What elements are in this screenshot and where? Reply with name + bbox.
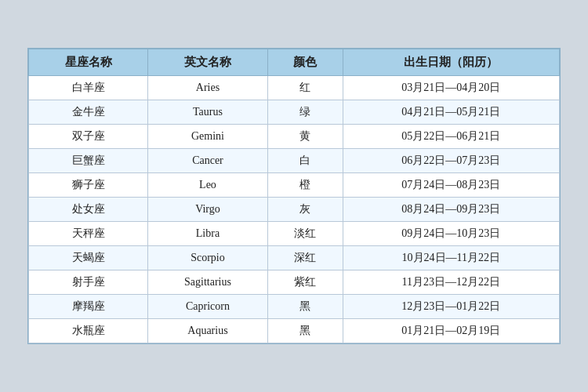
cell-color: 白 (267, 149, 343, 173)
table-row: 摩羯座Capricorn黑12月23日—01月22日 (29, 295, 560, 319)
table-row: 水瓶座Aquarius黑01月21日—02月19日 (29, 319, 560, 343)
cell-english-name: Virgo (148, 198, 267, 222)
cell-chinese-name: 摩羯座 (29, 295, 148, 319)
cell-chinese-name: 狮子座 (29, 173, 148, 198)
cell-color: 淡红 (267, 222, 343, 246)
table-row: 白羊座Aries红03月21日—04月20日 (29, 76, 560, 100)
zodiac-table: 星座名称 英文名称 颜色 出生日期（阳历） 白羊座Aries红03月21日—04… (28, 49, 560, 343)
cell-chinese-name: 水瓶座 (29, 319, 148, 343)
cell-chinese-name: 处女座 (29, 198, 148, 222)
cell-color: 灰 (267, 198, 343, 222)
cell-english-name: Sagittarius (148, 270, 267, 295)
cell-chinese-name: 射手座 (29, 270, 148, 295)
header-english-name: 英文名称 (148, 49, 267, 76)
cell-color: 黑 (267, 295, 343, 319)
cell-dates: 09月24日—10月23日 (343, 222, 559, 246)
table-row: 天蝎座Scorpio深红10月24日—11月22日 (29, 246, 560, 270)
cell-english-name: Leo (148, 173, 267, 198)
header-dates: 出生日期（阳历） (343, 49, 559, 76)
zodiac-table-container: 星座名称 英文名称 颜色 出生日期（阳历） 白羊座Aries红03月21日—04… (27, 48, 561, 344)
table-row: 射手座Sagittarius紫红11月23日—12月22日 (29, 270, 560, 295)
table-body: 白羊座Aries红03月21日—04月20日金牛座Taurus绿04月21日—0… (29, 76, 560, 343)
cell-english-name: Taurus (148, 100, 267, 125)
cell-color: 绿 (267, 100, 343, 125)
cell-english-name: Aquarius (148, 319, 267, 343)
cell-dates: 03月21日—04月20日 (343, 76, 559, 100)
cell-chinese-name: 巨蟹座 (29, 149, 148, 173)
table-row: 处女座Virgo灰08月24日—09月23日 (29, 198, 560, 222)
table-row: 巨蟹座Cancer白06月22日—07月23日 (29, 149, 560, 173)
table-header-row: 星座名称 英文名称 颜色 出生日期（阳历） (29, 49, 560, 76)
cell-dates: 04月21日—05月21日 (343, 100, 559, 125)
header-chinese-name: 星座名称 (29, 49, 148, 76)
cell-english-name: Capricorn (148, 295, 267, 319)
cell-color: 橙 (267, 173, 343, 198)
table-row: 狮子座Leo橙07月24日—08月23日 (29, 173, 560, 198)
header-color: 颜色 (267, 49, 343, 76)
cell-dates: 07月24日—08月23日 (343, 173, 559, 198)
cell-dates: 08月24日—09月23日 (343, 198, 559, 222)
table-row: 天秤座Libra淡红09月24日—10月23日 (29, 222, 560, 246)
cell-chinese-name: 双子座 (29, 125, 148, 149)
cell-chinese-name: 金牛座 (29, 100, 148, 125)
cell-chinese-name: 天秤座 (29, 222, 148, 246)
cell-english-name: Cancer (148, 149, 267, 173)
cell-color: 红 (267, 76, 343, 100)
cell-dates: 12月23日—01月22日 (343, 295, 559, 319)
cell-chinese-name: 天蝎座 (29, 246, 148, 270)
cell-color: 黄 (267, 125, 343, 149)
cell-dates: 01月21日—02月19日 (343, 319, 559, 343)
cell-english-name: Gemini (148, 125, 267, 149)
cell-dates: 10月24日—11月22日 (343, 246, 559, 270)
table-row: 双子座Gemini黄05月22日—06月21日 (29, 125, 560, 149)
table-row: 金牛座Taurus绿04月21日—05月21日 (29, 100, 560, 125)
cell-color: 紫红 (267, 270, 343, 295)
cell-english-name: Aries (148, 76, 267, 100)
cell-english-name: Libra (148, 222, 267, 246)
cell-dates: 06月22日—07月23日 (343, 149, 559, 173)
cell-color: 黑 (267, 319, 343, 343)
cell-dates: 11月23日—12月22日 (343, 270, 559, 295)
cell-chinese-name: 白羊座 (29, 76, 148, 100)
cell-color: 深红 (267, 246, 343, 270)
cell-dates: 05月22日—06月21日 (343, 125, 559, 149)
cell-english-name: Scorpio (148, 246, 267, 270)
